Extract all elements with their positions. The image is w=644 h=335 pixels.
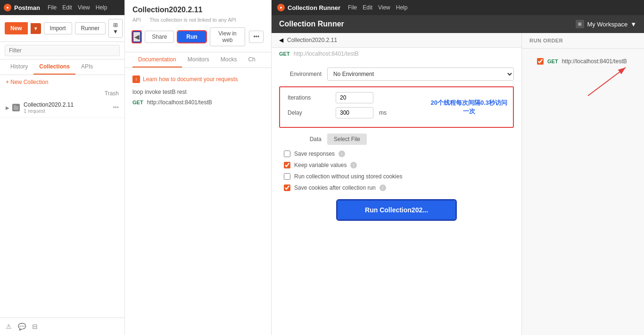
runner-collection-header: ◀ Collection2020.2.11 <box>272 33 521 48</box>
doc-link[interactable]: i Learn how to document your requests <box>132 75 264 83</box>
save-responses-checkbox[interactable] <box>284 151 290 157</box>
bottom-warning-icon: ⚠ <box>4 322 13 331</box>
delay-unit: ms <box>379 109 387 116</box>
new-dropdown-button[interactable]: ▼ <box>31 23 41 34</box>
keep-variable-label: Keep variable values <box>294 162 347 168</box>
save-cookies-row: Save cookies after collection run i <box>279 184 514 191</box>
collapse-arrow-button[interactable]: ◀ <box>132 31 141 42</box>
no-cookies-label: Run collection without using stored cook… <box>294 173 402 180</box>
collection-name: Collection2020.2.11 <box>24 101 113 108</box>
request-row: GET http://localhost:8401/testB <box>132 99 264 106</box>
runner-title: Collection Runner <box>279 20 344 28</box>
collection-tabs: Documentation Monitors Mocks Ch <box>125 52 271 68</box>
collection-title: Collection2020.2.11 <box>132 6 264 14</box>
environment-select[interactable]: No Environment <box>327 67 514 81</box>
delay-input[interactable] <box>336 107 373 118</box>
collection-info: Collection2020.2.11 1 request <box>24 101 113 114</box>
save-responses-label: Save responses <box>294 151 335 157</box>
run-order-checkbox[interactable] <box>537 58 544 65</box>
trash-label[interactable]: Trash <box>105 90 119 97</box>
runner-logo-icon: ● <box>277 4 285 11</box>
iterations-delay-box: Iterations Delay ms 20个线程每次间隔0.3秒访问 一次 <box>279 86 514 128</box>
keep-variable-checkbox[interactable] <box>284 162 290 168</box>
more-options-button[interactable]: ••• <box>249 31 264 43</box>
runner-menu-view[interactable]: View <box>378 4 390 11</box>
svg-rect-0 <box>14 106 18 110</box>
bottom-chat-icon: 💬 <box>17 322 26 331</box>
annotation-arrow <box>578 63 635 100</box>
search-bar <box>0 42 124 59</box>
collection-content: i Learn how to document your requests lo… <box>125 68 271 335</box>
save-cookies-info-icon[interactable]: i <box>380 184 386 191</box>
run-order-header: RUN ORDER <box>522 33 644 49</box>
collection-more-icon[interactable]: ••• <box>113 104 119 111</box>
method-badge: GET <box>132 100 143 105</box>
tab-ch[interactable]: Ch <box>242 52 261 67</box>
data-label: Data <box>279 136 322 142</box>
tab-monitors[interactable]: Monitors <box>182 52 215 67</box>
bottom-settings-icon: ⊟ <box>30 322 40 331</box>
share-button[interactable]: Share <box>145 31 174 43</box>
left-bottom: ⚠ 💬 ⊟ <box>0 318 124 335</box>
iterations-input[interactable] <box>336 92 373 103</box>
collection-item[interactable]: ▶ Collection2020.2.11 1 request ••• <box>0 98 124 118</box>
runner-menu-file[interactable]: File <box>348 4 357 11</box>
menu-edit[interactable]: Edit <box>62 4 72 11</box>
postman-logo-icon: ● <box>4 4 11 11</box>
save-cookies-label: Save cookies after collection run <box>294 184 376 191</box>
runner-menu-help[interactable]: Help <box>396 4 408 11</box>
run-order-panel: RUN ORDER GET http://localhost:8401/test… <box>521 33 644 335</box>
runner-menu-edit[interactable]: Edit <box>363 4 372 11</box>
workspace-icon: ⊞ <box>576 20 584 28</box>
svg-rect-1 <box>14 105 16 106</box>
new-collection-button[interactable]: + New Collection <box>0 75 124 89</box>
save-cookies-checkbox[interactable] <box>284 184 290 191</box>
runner-logo: ● Collection Runner <box>277 4 340 11</box>
tab-history[interactable]: History <box>5 59 33 75</box>
tab-documentation[interactable]: Documentation <box>132 52 182 67</box>
tab-mocks[interactable]: Mocks <box>215 52 243 67</box>
menu-help[interactable]: Help <box>96 4 107 11</box>
delay-label: Delay <box>288 109 330 116</box>
runner-config: Environment No Environment Iterations De… <box>272 60 521 335</box>
keep-variable-info-icon[interactable]: i <box>350 162 357 168</box>
runner-menu: File Edit View Help <box>348 4 408 11</box>
save-responses-row: Save responses i <box>279 151 514 157</box>
select-file-button[interactable]: Select File <box>327 134 367 145</box>
workspace-button[interactable]: ⊞ My Workspace ▼ <box>576 20 636 28</box>
new-button[interactable]: New <box>5 22 28 34</box>
no-cookies-checkbox[interactable] <box>284 173 290 180</box>
tab-apis[interactable]: APIs <box>75 59 99 75</box>
tab-collections[interactable]: Collections <box>33 59 75 75</box>
run-button[interactable]: Run <box>178 31 206 42</box>
run-order-method: GET <box>547 59 558 64</box>
app-bar: ● Postman File Edit View Help <box>0 0 124 15</box>
environment-row: Environment No Environment <box>279 67 514 81</box>
collection-actions: ◀ Share Run View in web ••• <box>132 27 264 46</box>
run-collection-button[interactable]: Run Collection202... <box>338 201 455 219</box>
app-logo: ● Postman <box>4 4 40 11</box>
runner-collapse-icon[interactable]: ◀ <box>279 37 283 43</box>
runner-app-title: Collection Runner <box>288 4 340 11</box>
collection-expand-icon[interactable]: ▶ <box>6 105 9 110</box>
runner-body: ◀ Collection2020.2.11 GET http://localho… <box>272 33 644 335</box>
import-button[interactable]: Import <box>44 22 72 34</box>
doc-link-icon: i <box>132 75 140 83</box>
left-tabs: History Collections APIs <box>0 59 124 75</box>
runner-button[interactable]: Runner <box>75 22 106 34</box>
request-url: http://localhost:8401/testB <box>147 99 212 106</box>
save-responses-info-icon[interactable]: i <box>339 151 345 157</box>
menu-file[interactable]: File <box>48 4 57 11</box>
data-row: Data Select File <box>279 134 514 145</box>
app-title: Postman <box>14 4 40 11</box>
api-meta-text: This collection is not linked to any API <box>149 17 236 23</box>
runner-collection-name: Collection2020.2.11 <box>287 37 337 43</box>
runner-main: ◀ Collection2020.2.11 GET http://localho… <box>272 33 521 335</box>
grid-icon-button[interactable]: ⊞ ▼ <box>108 19 123 38</box>
workspace-chevron: ▼ <box>630 21 636 28</box>
runner-method: GET <box>279 51 290 57</box>
menu-view[interactable]: View <box>78 4 90 11</box>
view-web-button[interactable]: View in web <box>210 27 246 46</box>
filter-input[interactable] <box>5 45 120 56</box>
collection-meta: API This collection is not linked to any… <box>132 17 264 23</box>
